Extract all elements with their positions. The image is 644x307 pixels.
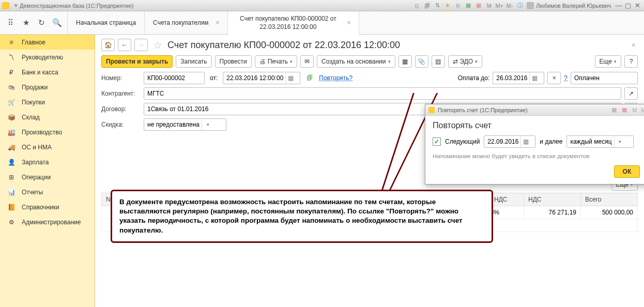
fav-star-icon[interactable]: ☆ <box>153 39 162 51</box>
app-logo-icon <box>428 107 435 113</box>
mem-mplus[interactable]: M+ <box>496 2 503 9</box>
sidebar-item-purchases[interactable]: 🛒Покупки <box>0 95 95 110</box>
sidebar-item-main[interactable]: ≡Главное <box>0 35 95 50</box>
print-button[interactable]: 🖨 Печать ▾ <box>255 55 297 68</box>
maximize-button[interactable]: ▢ <box>623 2 633 10</box>
number-input[interactable]: КП00-000002 <box>144 72 205 84</box>
write-button[interactable]: Записать <box>176 55 211 68</box>
calendar-icon[interactable]: ▦ <box>529 72 540 84</box>
period-input[interactable]: каждый месяц <box>566 135 634 148</box>
clip-button[interactable]: 📎 <box>415 55 428 68</box>
history-icon[interactable]: ↻ <box>36 18 47 28</box>
sidebar: ≡Главное 〽Руководителю ₽Банк и касса 🛍Пр… <box>0 35 95 307</box>
clear-date-button[interactable]: × <box>547 72 561 84</box>
page-title: Счет покупателю КП00-000002 от 22.03.201… <box>167 40 400 51</box>
help-status-link[interactable]: ? <box>564 74 568 82</box>
user-block[interactable]: Любимов Валерий Юрьевич <box>524 2 614 9</box>
more-button[interactable]: Еще ▾ <box>595 55 621 68</box>
sidebar-item-reports[interactable]: 📊Отчеты <box>0 185 95 199</box>
tab-invoices[interactable]: Счета покупателям× <box>145 11 228 34</box>
post-button[interactable]: Провести <box>215 55 252 68</box>
star-icon[interactable]: ★ <box>444 2 451 9</box>
next-date-input[interactable]: 22.09.2016▦ <box>484 135 535 148</box>
sidebar-item-admin[interactable]: ⚙Администрирование <box>0 214 95 229</box>
home-icon: ≡ <box>7 39 16 46</box>
close-icon[interactable]: × <box>216 19 219 27</box>
counterparty-label: Контрагент: <box>101 90 141 97</box>
app-titlebar: ▾ Демонстрационная база (1С:Предприятие)… <box>0 0 644 11</box>
sidebar-item-operations[interactable]: ⊞Операции <box>0 170 95 185</box>
calendar-icon[interactable]: ▦ <box>475 2 482 9</box>
calc-icon[interactable]: ▦ <box>465 2 472 9</box>
tb-icon[interactable]: ▦ <box>610 106 618 114</box>
dropdown-icon[interactable]: ▾ <box>12 2 20 9</box>
and-then-label: и далее <box>540 138 562 145</box>
open-button[interactable]: ↗ <box>624 87 638 100</box>
post-and-close-button[interactable]: Провести и закрыть <box>101 55 173 68</box>
sidebar-item-fixed-assets[interactable]: 🚚ОС и НМА <box>0 140 95 155</box>
calendar-icon[interactable]: ▦ <box>285 72 296 84</box>
chevron-down-icon[interactable] <box>614 136 624 147</box>
link-icon[interactable]: ⎘ <box>454 2 462 9</box>
fav-icon[interactable]: ★ <box>21 18 31 28</box>
attach1-button[interactable]: ▦ <box>398 55 412 68</box>
app-title: Демонстрационная база (1С:Предприятие) <box>20 3 133 9</box>
th-total[interactable]: Всего <box>581 193 638 206</box>
forward-button[interactable]: → <box>134 39 148 51</box>
sidebar-item-salary[interactable]: 👤Зарплата <box>0 155 95 170</box>
help-callout: В документе предусмотрена возможность на… <box>111 190 493 243</box>
th-vat[interactable]: НДС <box>524 193 581 206</box>
sidebar-item-refs[interactable]: 📙Справочники <box>0 199 95 214</box>
info-icon[interactable]: ⓘ <box>516 2 524 9</box>
close-icon[interactable]: × <box>347 19 350 27</box>
tb-icon-2[interactable]: 🗐 <box>423 2 431 9</box>
sidebar-item-stock[interactable]: 📦Склад <box>0 110 95 125</box>
factory-icon: 🏭 <box>7 129 16 136</box>
ok-button[interactable]: ОК <box>614 165 640 178</box>
user-name: Любимов Валерий Юрьевич <box>536 3 611 9</box>
chart-icon: 〽 <box>7 54 16 61</box>
apps-icon[interactable]: ⠿ <box>5 18 16 28</box>
mem-mplus[interactable]: M+ <box>641 106 644 114</box>
chevron-down-icon[interactable] <box>202 119 212 130</box>
counterparty-input[interactable]: МГТС <box>144 87 621 100</box>
edo-button[interactable]: ⇄ ЭДО ▾ <box>448 55 483 68</box>
tab-invoice-doc[interactable]: Счет покупателю КП00-000002 от 22.03.201… <box>228 11 359 35</box>
status-input[interactable]: Оплачен <box>571 72 638 84</box>
sidebar-item-sales[interactable]: 🛍Продажи <box>0 80 95 95</box>
mem-m[interactable]: M <box>631 106 638 114</box>
calendar-icon[interactable]: ▦ <box>621 106 628 114</box>
tb-icon-1[interactable]: ⎙ <box>413 2 420 9</box>
pay-until-input[interactable]: 26.03.2016▦ <box>493 72 544 84</box>
contract-label: Договор: <box>101 105 141 113</box>
date-input[interactable]: 22.03.2016 12:00:00▦ <box>223 72 300 84</box>
close-page-button[interactable]: × <box>630 41 638 49</box>
calendar-icon[interactable]: ▦ <box>520 136 531 147</box>
sidebar-item-production[interactable]: 🏭Производство <box>0 125 95 140</box>
doc-toolbar: Провести и закрыть Записать Провести 🖨 П… <box>101 55 638 68</box>
home-button[interactable]: 🏠 <box>101 39 115 51</box>
search-icon[interactable]: 🔍 <box>52 18 62 28</box>
copy-icon[interactable]: 🗐 <box>306 74 313 82</box>
sidebar-item-manager[interactable]: 〽Руководителю <box>0 50 95 65</box>
number-label: Номер: <box>101 74 141 82</box>
attach2-button[interactable]: ▤ <box>432 55 445 68</box>
mem-mminus[interactable]: M- <box>506 2 513 9</box>
repeat-link[interactable]: Повторять? <box>319 74 352 82</box>
email-button[interactable]: ✉ <box>300 55 314 68</box>
discount-input[interactable]: не предоставлена <box>144 118 226 131</box>
popup-note: Напоминание можно будет увидеть в списке… <box>433 153 644 159</box>
tb-icon-3[interactable]: ⇅ <box>434 2 441 9</box>
next-checkbox[interactable]: ✓ <box>433 137 441 146</box>
help-button[interactable]: ? <box>624 55 638 68</box>
tab-home[interactable]: Начальная страница <box>68 11 145 34</box>
minimize-button[interactable]: — <box>614 2 623 10</box>
mem-m[interactable]: M <box>485 2 493 9</box>
content-area: 🏠 ← → ☆ Счет покупателю КП00-000002 от 2… <box>95 35 644 307</box>
truck-icon: 🚚 <box>7 144 16 151</box>
close-button[interactable]: ✕ <box>633 2 642 10</box>
back-button[interactable]: ← <box>118 39 131 51</box>
person-icon: 👤 <box>7 159 16 166</box>
create-based-button[interactable]: Создать на основании ▾ <box>317 55 395 68</box>
sidebar-item-bank[interactable]: ₽Банк и касса <box>0 65 95 80</box>
